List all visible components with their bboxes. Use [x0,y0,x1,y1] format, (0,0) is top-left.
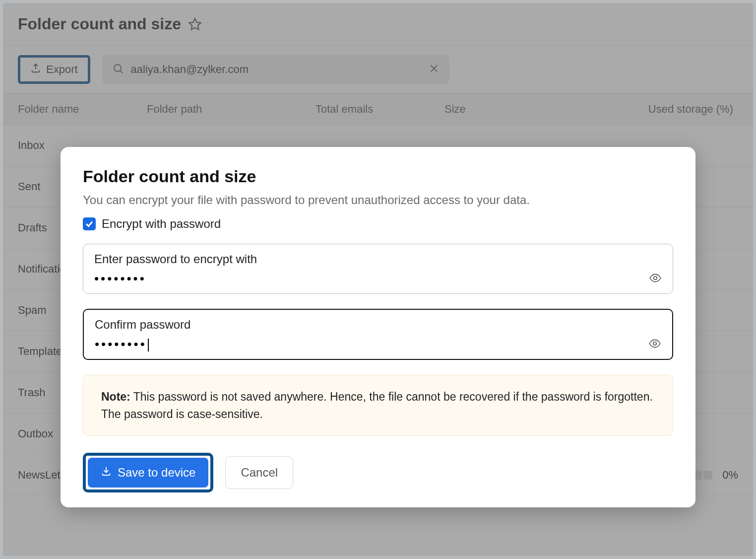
password-label: Enter password to encrypt with [94,252,662,266]
note-body: This password is not saved anywhere. Hen… [101,390,653,420]
save-to-device-button[interactable]: Save to device [88,458,208,488]
confirm-password-field[interactable]: Confirm password •••••••• [83,309,673,360]
text-cursor [148,339,149,351]
password-note: Note: This password is not saved anywher… [83,375,673,436]
modal-description: You can encrypt your file with password … [83,193,673,207]
save-label: Save to device [118,466,195,480]
svg-point-5 [654,276,657,280]
export-modal: Folder count and size You can encrypt yo… [61,147,695,507]
cancel-button[interactable]: Cancel [225,456,293,489]
save-button-highlight: Save to device [83,453,213,492]
modal-overlay: Folder count and size You can encrypt yo… [3,3,753,556]
toggle-password-visibility-icon[interactable] [649,272,662,286]
svg-point-6 [653,342,657,345]
confirm-password-input[interactable]: •••••••• [95,337,149,352]
note-prefix: Note: [101,390,130,403]
password-field[interactable]: Enter password to encrypt with [83,244,673,294]
download-icon [101,466,112,480]
encrypt-checkbox-row[interactable]: Encrypt with password [83,217,673,231]
modal-actions: Save to device Cancel [83,453,673,492]
modal-title: Folder count and size [83,167,673,186]
toggle-confirm-visibility-icon[interactable] [648,337,661,352]
password-input[interactable] [94,271,649,286]
confirm-password-label: Confirm password [95,318,661,332]
encrypt-checkbox[interactable] [83,217,96,230]
encrypt-label: Encrypt with password [102,217,221,231]
